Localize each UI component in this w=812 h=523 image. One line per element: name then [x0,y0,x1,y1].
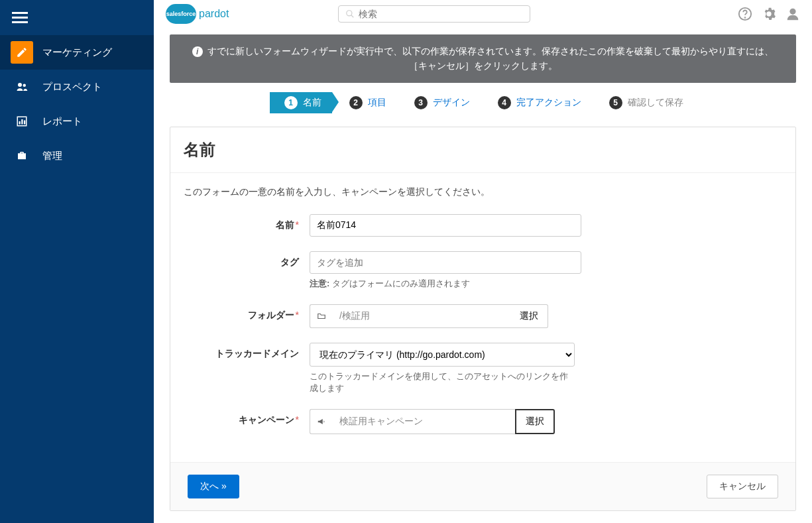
tracker-select[interactable]: 現在のプライマリ (http://go.pardot.com) [310,343,575,367]
panel-title: 名前 [184,139,782,160]
wizard-steps: 1名前2項目3デザイン4完了アクション5確認して保存 [170,92,796,113]
users-icon [11,76,33,98]
folder-input[interactable] [333,304,510,328]
chart-icon [11,110,33,133]
wizard-step-5: 5確認して保存 [595,92,694,113]
sidebar-item-label: 管理 [42,150,62,162]
step-label: 完了アクション [516,97,581,109]
sidebar-item-3[interactable]: 管理 [0,139,154,173]
panel-intro: このフォームの一意の名前を入力し、キャンペーンを選択してください。 [184,186,782,198]
campaign-label: キャンペーン [184,409,310,426]
main-area: salesforce pardot i すでに新しいフォームウィザードが実行中で… [154,0,812,523]
topbar: salesforce pardot [154,0,812,28]
step-number: 5 [609,96,622,109]
salesforce-cloud-icon: salesforce [166,4,196,24]
global-search[interactable] [338,5,530,23]
briefcase-icon [11,145,33,167]
svg-point-9 [745,17,746,18]
step-number: 3 [414,96,428,109]
gear-icon[interactable] [762,7,776,21]
svg-rect-3 [19,121,21,125]
help-icon[interactable] [738,7,752,21]
tag-label: タグ [184,251,310,268]
tracker-label: トラッカードメイン [184,343,310,360]
info-icon: i [192,46,203,57]
sidebar-item-label: プロスペクト [42,81,102,93]
tag-help: 注意: タグはフォームにのみ適用されます [310,278,581,290]
step-label: 確認して保存 [628,97,683,109]
cancel-button[interactable]: キャンセル [707,475,778,498]
wizard-step-3[interactable]: 3デザイン [400,92,481,113]
menu-toggle-icon[interactable] [0,0,154,35]
svg-point-10 [789,9,795,15]
step-number: 4 [498,96,511,109]
wizard-step-4[interactable]: 4完了アクション [483,92,592,113]
alert-text: すでに新しいフォームウィザードが実行中で、以下の作業が保存されています。保存され… [207,46,774,71]
sidebar: マーケティングプロスペクトレポート管理 [0,0,154,523]
next-button[interactable]: 次へ » [188,475,239,498]
step-label: 名前 [303,97,321,109]
svg-rect-5 [24,121,25,125]
folder-label: フォルダー [184,304,310,321]
step-label: デザイン [433,97,470,109]
sidebar-item-2[interactable]: レポート [0,104,154,139]
svg-point-0 [18,83,22,87]
brand-name: pardot [199,8,229,20]
folder-icon [310,304,333,328]
svg-rect-4 [21,119,23,125]
wizard-step-1: 1名前 [270,92,332,113]
form-panel: 名前 このフォームの一意の名前を入力し、キャンペーンを選択してください。 名前 … [170,127,796,511]
megaphone-icon [310,409,333,434]
name-label: 名前 [184,214,310,231]
search-input[interactable] [359,9,523,19]
sidebar-item-0[interactable]: マーケティング [0,35,154,70]
search-icon [345,9,355,19]
sidebar-item-label: マーケティング [42,46,112,59]
svg-line-7 [351,15,354,18]
name-input[interactable] [310,214,581,237]
brand-logo[interactable]: salesforce pardot [166,4,229,24]
campaign-select-button[interactable]: 選択 [515,409,555,434]
wizard-step-2[interactable]: 2項目 [335,92,397,113]
tag-input[interactable] [310,251,581,274]
step-number: 2 [349,96,363,109]
step-label: 項目 [368,97,386,109]
sidebar-item-label: レポート [42,115,82,128]
campaign-input[interactable] [333,409,515,434]
tracker-help: このトラッカードメインを使用して、このアセットへのリンクを作成します [310,371,575,394]
folder-select-button[interactable]: 選択 [510,304,548,328]
step-number: 1 [284,96,298,109]
svg-point-6 [347,11,352,16]
pencil-icon [11,41,33,64]
sidebar-item-1[interactable]: プロスペクト [0,70,154,104]
svg-point-1 [23,84,27,87]
user-icon[interactable] [785,7,800,21]
info-alert: i すでに新しいフォームウィザードが実行中で、以下の作業が保存されています。保存… [170,34,796,83]
